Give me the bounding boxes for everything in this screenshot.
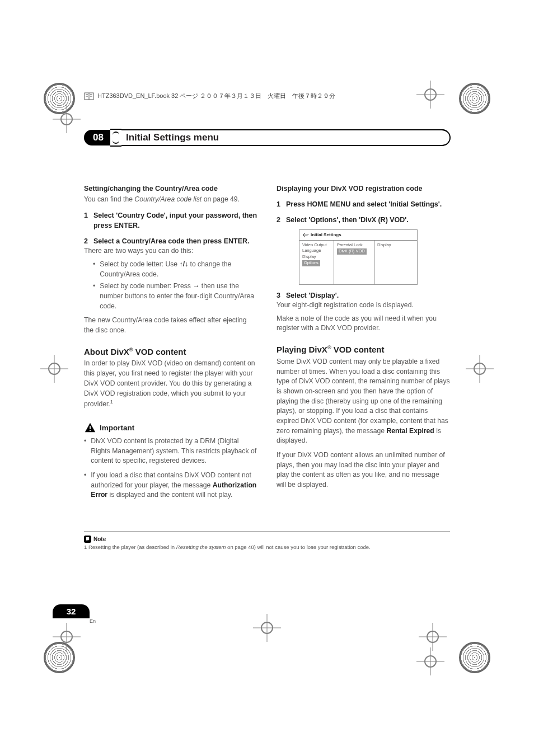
body-text: Make a note of the code as you will need… [277, 314, 450, 334]
book-icon [84, 92, 94, 100]
body-text: You can find the Country/Area code list … [84, 195, 257, 205]
print-corner-mark [459, 83, 490, 114]
menu-item: Display [377, 242, 414, 248]
bullet-text: If you load a disc that contains DivX VO… [91, 471, 257, 500]
registration-mark-icon [474, 363, 486, 375]
menu-item: Parental Lock [337, 242, 371, 248]
page-language: En [90, 618, 96, 624]
text: Select by code letter: Use [100, 260, 179, 268]
footnote-rule [84, 532, 450, 532]
settings-screenshot: Initial Settings Video Output Language D… [299, 229, 418, 285]
registration-mark-icon [261, 622, 273, 634]
bullet-item: • If you load a disc that contains DivX … [84, 471, 257, 500]
section-heading-large: Playing DivX® VOD content [277, 344, 450, 356]
registration-mark-icon [60, 113, 73, 125]
print-corner-mark [44, 83, 75, 114]
svg-rect-6 [90, 426, 91, 429]
step: 1 Press HOME MENU and select 'Initial Se… [277, 199, 450, 209]
body-text: Some DivX VOD content may only be playab… [277, 357, 450, 446]
book-filename: HTZ363DVD_EN_LF.book 32 ページ ２００７年３月１３日 火… [97, 92, 335, 100]
bullet-dot-icon: • [93, 260, 95, 279]
section-heading-large: About DivX® VOD content [84, 346, 257, 358]
registration-mark-icon [48, 363, 60, 375]
step-number: 3 [277, 290, 280, 300]
menu-item: Video Output [302, 242, 331, 248]
text: About DivX [84, 347, 129, 356]
bullet-text: Select by code number: Press → then use … [100, 281, 257, 311]
svg-rect-7 [90, 430, 91, 431]
chapter-divider [110, 129, 121, 147]
right-arrow-icon: → [193, 282, 199, 290]
screenshot-right-pane: Display [374, 241, 417, 284]
note-icon [84, 536, 91, 543]
step-text: Press HOME MENU and select 'Initial Sett… [286, 199, 442, 209]
bullet-text: DivX VOD content is protected by a DRM (… [91, 436, 257, 466]
menu-item: Display [302, 254, 331, 260]
body-text: The new Country/Area code takes effect a… [84, 316, 257, 335]
bullet-text: Select by code letter: Use ↑/↓ to change… [100, 260, 257, 279]
menu-item-selected: DivX (R) VOD [337, 248, 367, 255]
text: Initial Settings [311, 232, 341, 238]
menu-item: Language [302, 248, 331, 254]
book-header: HTZ363DVD_EN_LF.book 32 ページ ２００７年３月１３日 火… [84, 92, 450, 100]
text: Playing DivX [277, 345, 327, 354]
step: 2 Select 'Options', then 'DivX (R) VOD'. [277, 215, 450, 225]
body-text: In order to play DivX VOD (video on dema… [84, 359, 257, 410]
text: Select by code number: Press [100, 282, 193, 290]
important-label: Important [100, 422, 134, 434]
chapter-header: 08 Initial Settings menu [84, 129, 450, 147]
step: 1 Select 'Country Code', input your pass… [84, 210, 257, 231]
step-number: 2 [277, 215, 280, 225]
step-text: Select 'Country Code', input your passwo… [93, 210, 257, 231]
print-corner-mark [459, 642, 490, 673]
text: VOD content [133, 347, 186, 356]
bullet-item: • DivX VOD content is protected by a DRM… [84, 436, 257, 466]
bullet-dot-icon: • [84, 471, 86, 500]
body-text: Your eight-digit registration code is di… [277, 300, 450, 311]
step-number: 2 [84, 236, 88, 246]
bullet-item: • Select by code number: Press → then us… [84, 281, 257, 311]
screenshot-left-pane: Video Output Language Display Options [299, 241, 334, 284]
footnote-ref: 1 [110, 399, 113, 405]
important-callout: Important [84, 422, 257, 434]
text: VOD content [331, 345, 385, 354]
text: Some DivX VOD content may only be playab… [277, 358, 450, 435]
bullet-dot-icon: • [93, 281, 95, 311]
step: 2 Select a Country/Area code then press … [84, 236, 257, 246]
text-italic: Country/Area code list [134, 195, 202, 203]
text: is displayed and the content will not pl… [107, 491, 232, 499]
registered-symbol: ® [327, 345, 331, 350]
step: 3 Select 'Display'. [277, 290, 450, 300]
text: on page 48) will not cause you to lose y… [226, 544, 370, 550]
page-number-badge: 32 [53, 604, 90, 618]
chapter-title: Initial Settings menu [126, 132, 219, 143]
body-text: There are two ways you can do this: [84, 246, 257, 256]
menu-item-selected: Options [302, 260, 320, 266]
screenshot-title: Initial Settings [299, 230, 417, 240]
section-heading: Setting/changing the Country/Area code [84, 184, 257, 194]
step-text: Select a Country/Area code then press EN… [93, 236, 250, 246]
step-number: 1 [277, 199, 280, 209]
left-column: Setting/changing the Country/Area code Y… [84, 178, 257, 500]
section-heading: Displaying your DivX VOD registration co… [277, 184, 450, 194]
bullet-dot-icon: • [84, 436, 86, 466]
text: on page 49. [202, 195, 240, 203]
registration-mark-icon [424, 655, 437, 668]
text: You can find the [84, 195, 134, 203]
warning-icon [84, 422, 96, 434]
step-text: Select 'Display'. [286, 290, 339, 300]
note-row: Note [84, 536, 450, 543]
text-italic: Resetting the system [176, 544, 226, 550]
bullet-item: • Select by code letter: Use ↑/↓ to chan… [84, 260, 257, 279]
right-column: Displaying your DivX VOD registration co… [277, 178, 450, 500]
registration-mark-icon [60, 631, 73, 643]
chapter-number-badge: 08 [84, 130, 110, 145]
print-corner-mark [44, 642, 75, 673]
text-bold: Rental Expired [386, 427, 434, 435]
step-text: Select 'Options', then 'DivX (R) VOD'. [286, 215, 409, 225]
up-down-arrow-icon: ↑/↓ [180, 260, 189, 268]
step-number: 1 [84, 210, 88, 231]
note-label: Note [93, 536, 106, 542]
text: 1 Resetting the player (as described in [84, 544, 176, 550]
registration-mark-icon [427, 631, 439, 643]
